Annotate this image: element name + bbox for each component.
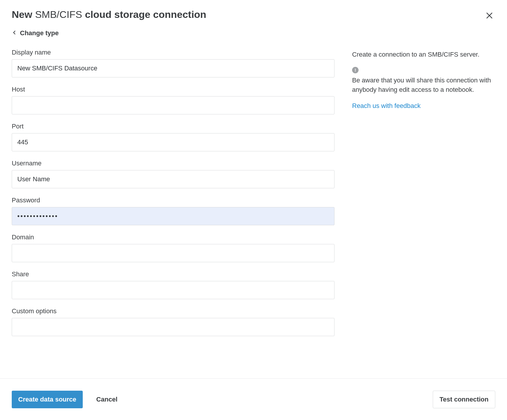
- feedback-link[interactable]: Reach us with feedback: [352, 102, 421, 109]
- change-type-link[interactable]: Change type: [12, 29, 59, 37]
- field-share: Share: [12, 270, 334, 299]
- input-port[interactable]: [12, 133, 334, 151]
- label-display-name: Display name: [12, 49, 334, 56]
- field-port: Port: [12, 123, 334, 151]
- test-connection-button[interactable]: Test connection: [433, 391, 495, 408]
- label-custom-options: Custom options: [12, 307, 334, 315]
- create-data-source-button[interactable]: Create data source: [12, 391, 83, 408]
- label-password: Password: [12, 197, 334, 204]
- field-host: Host: [12, 86, 334, 114]
- input-custom-options[interactable]: [12, 318, 334, 336]
- title-part-type: SMB/CIFS: [35, 9, 82, 20]
- dialog-content: New SMB/CIFS cloud storage connection: [0, 0, 507, 378]
- dialog-header: New SMB/CIFS cloud storage connection: [12, 8, 495, 22]
- label-host: Host: [12, 86, 334, 93]
- field-password: Password: [12, 197, 334, 225]
- dialog-new-smb-cifs-connection: New SMB/CIFS cloud storage connection: [0, 0, 507, 420]
- title-part-suffix: cloud storage connection: [85, 9, 206, 20]
- title-part-new: New: [12, 9, 32, 20]
- cancel-button[interactable]: Cancel: [90, 391, 124, 408]
- label-share: Share: [12, 270, 334, 278]
- sidebar-column: Create a connection to an SMB/CIFS serve…: [352, 49, 495, 344]
- input-username[interactable]: [12, 170, 334, 188]
- label-domain: Domain: [12, 233, 334, 241]
- footer-left: Create data source Cancel: [12, 391, 124, 408]
- sidebar-warning: ! Be aware that you will share this conn…: [352, 67, 495, 94]
- sidebar-intro: Create a connection to an SMB/CIFS serve…: [352, 50, 495, 59]
- change-type-label: Change type: [20, 29, 59, 37]
- label-port: Port: [12, 123, 334, 130]
- dialog-body: Display name Host Port Username Password: [12, 49, 495, 344]
- field-domain: Domain: [12, 233, 334, 262]
- close-button[interactable]: [484, 10, 495, 22]
- warning-icon: !: [352, 67, 359, 73]
- input-share[interactable]: [12, 281, 334, 299]
- input-domain[interactable]: [12, 244, 334, 262]
- field-display-name: Display name: [12, 49, 334, 77]
- chevron-left-icon: [12, 29, 17, 37]
- sidebar-warning-text: Be aware that you will share this connec…: [352, 76, 495, 94]
- input-host[interactable]: [12, 96, 334, 114]
- field-custom-options: Custom options: [12, 307, 334, 336]
- input-password[interactable]: [12, 207, 334, 225]
- form-column: Display name Host Port Username Password: [12, 49, 334, 344]
- close-icon: [486, 12, 493, 20]
- dialog-footer: Create data source Cancel Test connectio…: [0, 378, 507, 420]
- field-username: Username: [12, 160, 334, 188]
- label-username: Username: [12, 160, 334, 167]
- input-display-name[interactable]: [12, 59, 334, 77]
- dialog-title: New SMB/CIFS cloud storage connection: [12, 8, 206, 21]
